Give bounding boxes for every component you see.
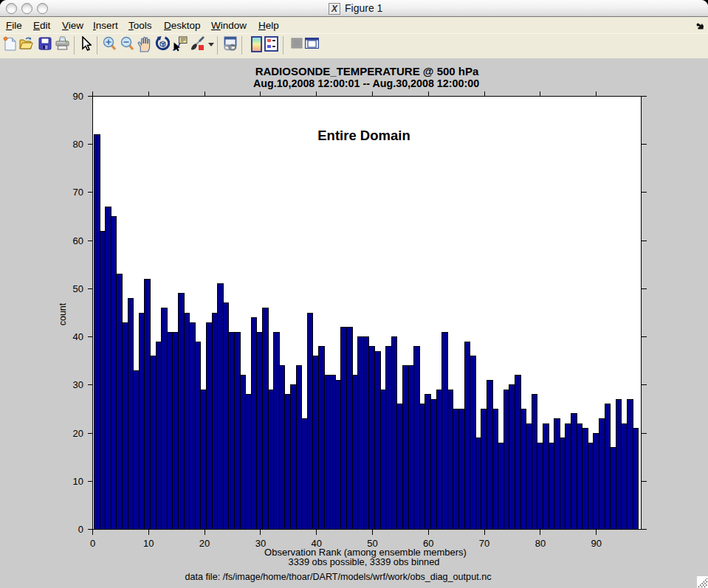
svg-text:80: 80 [73,139,83,150]
svg-text:50: 50 [73,283,83,294]
svg-text:60: 60 [73,235,83,246]
svg-text:3339 obs possible, 3339 obs bi: 3339 obs possible, 3339 obs binned [289,556,440,567]
svg-text:10: 10 [143,538,154,549]
svg-text:20: 20 [199,538,210,549]
svg-text:20: 20 [73,428,83,439]
svg-text:70: 70 [73,187,83,198]
svg-text:10: 10 [73,476,83,487]
svg-text:Aug.10,2008 12:00:01 -- Aug.30: Aug.10,2008 12:00:01 -- Aug.30,2008 12:0… [253,77,479,89]
svg-text:0: 0 [78,524,83,535]
svg-text:90: 90 [73,91,83,102]
svg-text:30: 30 [73,379,83,390]
svg-text:data file: /fs/image/home/thoa: data file: /fs/image/home/thoar/DART/mod… [185,572,492,582]
svg-text:70: 70 [479,538,489,549]
svg-text:40: 40 [73,331,83,342]
svg-text:RADIOSONDE_TEMPERATURE @ 500 h: RADIOSONDE_TEMPERATURE @ 500 hPa [255,65,479,77]
svg-text:count: count [58,302,68,325]
svg-text:0: 0 [90,538,95,549]
svg-text:Entire Domain: Entire Domain [317,128,410,143]
svg-text:80: 80 [535,538,546,549]
svg-text:90: 90 [591,538,601,549]
